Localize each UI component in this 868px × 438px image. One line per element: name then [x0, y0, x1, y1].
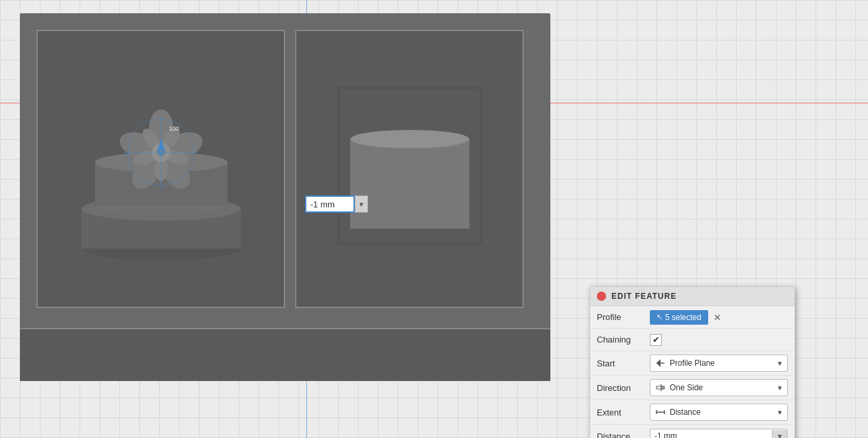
distance-input-field[interactable]: [651, 429, 772, 438]
direction-value: One Side: [670, 383, 703, 392]
profile-selected-text: 5 selected: [665, 313, 702, 322]
viewport-bottom-bar: [20, 328, 550, 381]
chaining-label: Chaining: [597, 335, 650, 345]
dimension-input[interactable]: [305, 195, 355, 213]
cylinder-model: [330, 73, 489, 265]
one-side-icon: [654, 382, 666, 394]
distance-label: Distance: [597, 431, 650, 439]
extent-dropdown-inner: Distance: [654, 406, 701, 418]
start-dropdown-inner: Profile Plane: [654, 357, 715, 369]
chaining-row: Chaining ✔: [590, 329, 794, 351]
profile-row: Profile ↖ 5 selected ✕: [590, 306, 794, 329]
profile-selected-button[interactable]: ↖ 5 selected: [650, 310, 708, 325]
svg-text:100: 100: [169, 125, 179, 132]
profile-label: Profile: [597, 312, 650, 322]
distance-row: Distance ▼: [590, 425, 794, 438]
checkmark-icon: ✔: [652, 335, 660, 345]
dimension-input-container[interactable]: ▼: [305, 195, 368, 213]
chaining-checkbox[interactable]: ✔: [650, 334, 662, 346]
direction-dropdown[interactable]: One Side ▼: [650, 379, 788, 396]
extent-dropdown-arrow: ▼: [776, 409, 783, 416]
left-panel: 100: [36, 30, 285, 308]
direction-dropdown-arrow: ▼: [776, 384, 783, 392]
3d-viewport[interactable]: 100 ▼: [20, 13, 550, 381]
start-label: Start: [597, 358, 650, 368]
edit-panel-header: EDIT FEATURE: [590, 287, 794, 306]
profile-control: ↖ 5 selected ✕: [650, 310, 788, 325]
flower-model: 100: [72, 76, 251, 262]
start-dropdown[interactable]: Profile Plane ▼: [650, 355, 788, 372]
svg-marker-32: [656, 359, 660, 367]
extent-control: Distance ▼: [650, 404, 788, 421]
start-control: Profile Plane ▼: [650, 355, 788, 372]
svg-point-30: [351, 131, 468, 148]
cursor-icon: ↖: [656, 313, 662, 321]
extent-dropdown[interactable]: Distance ▼: [650, 404, 788, 421]
distance-input-wrapper[interactable]: ▼: [650, 429, 788, 438]
extent-label: Extent: [597, 408, 650, 417]
distance-icon: [654, 406, 666, 418]
chaining-control: ✔: [650, 334, 788, 346]
edit-feature-panel: EDIT FEATURE Profile ↖ 5 selected ✕ Chai…: [589, 286, 795, 438]
direction-label: Direction: [597, 383, 650, 393]
edit-panel-title: EDIT FEATURE: [611, 292, 676, 301]
start-dropdown-arrow: ▼: [776, 360, 783, 367]
right-panel: [295, 30, 524, 308]
svg-rect-28: [350, 139, 469, 229]
direction-row: Direction One Side ▼: [590, 376, 794, 400]
extent-value: Distance: [670, 408, 701, 417]
start-row: Start Profile Plane ▼: [590, 351, 794, 376]
distance-control: ▼: [650, 429, 788, 438]
direction-dropdown-inner: One Side: [654, 382, 703, 394]
svg-marker-34: [660, 384, 664, 392]
profile-plane-icon: [654, 357, 666, 369]
extent-row: Extent Distance ▼: [590, 400, 794, 425]
header-status-dot: [597, 292, 606, 301]
profile-clear-button[interactable]: ✕: [711, 311, 724, 324]
direction-control: One Side ▼: [650, 379, 788, 396]
distance-dropdown-arrow[interactable]: ▼: [772, 430, 787, 439]
start-value: Profile Plane: [670, 358, 715, 368]
dimension-dropdown-arrow[interactable]: ▼: [355, 195, 368, 213]
